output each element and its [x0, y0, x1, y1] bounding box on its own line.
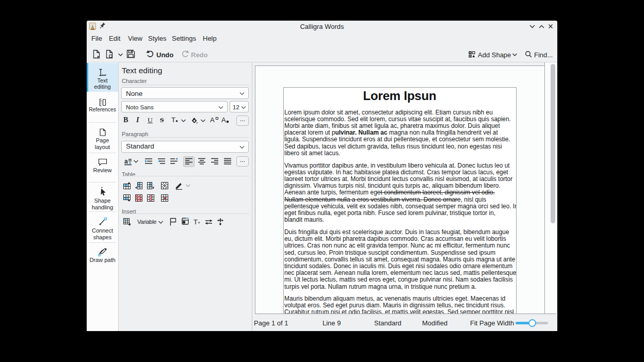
svg-text:a: a [124, 158, 128, 165]
